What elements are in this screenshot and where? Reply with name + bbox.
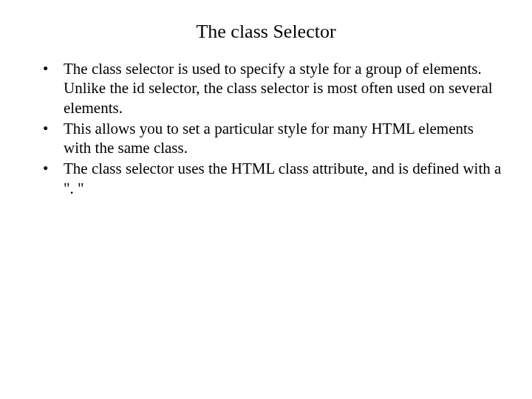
list-item: This allows you to set a particular styl… (43, 119, 502, 158)
list-item: The class selector uses the HTML class a… (43, 159, 502, 198)
list-item: The class selector is used to specify a … (43, 59, 502, 117)
bullet-list: The class selector is used to specify a … (30, 59, 502, 198)
page-title: The class Selector (30, 21, 502, 43)
